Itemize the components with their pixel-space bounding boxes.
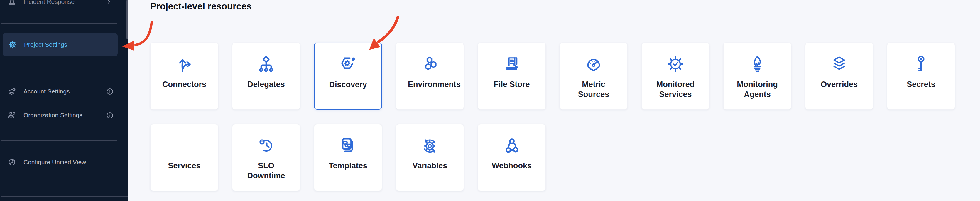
resource-card-label: Monitored Services <box>654 79 697 99</box>
sidebar-item-account-settings[interactable]: Account Settings <box>0 83 128 100</box>
resource-cards-row-2: Services SLO Downtime Templates Variable… <box>150 124 546 191</box>
org-gear-icon <box>7 110 17 120</box>
sidebar-item-label: Incident Response <box>24 0 75 5</box>
resource-card-label: Variables <box>412 161 447 171</box>
sidebar-item-label: Organization Settings <box>24 112 83 119</box>
sidebar-item-incident-response[interactable]: Incident Response <box>0 0 128 8</box>
title-divider <box>149 28 962 28</box>
connectors-icon <box>174 54 194 74</box>
file-store-icon <box>502 54 522 74</box>
resource-card-overrides[interactable]: Overrides <box>805 43 873 110</box>
sidebar-item-label: Account Settings <box>24 88 70 95</box>
resource-card-label: Webhooks <box>492 161 532 171</box>
resource-card-templates[interactable]: Templates <box>314 124 382 191</box>
resource-card-webhooks[interactable]: Webhooks <box>478 124 546 191</box>
resource-card-label: Connectors <box>162 79 206 89</box>
resource-card-monitoring-agents[interactable]: Monitoring Agents <box>723 43 791 110</box>
sidebar-divider <box>1 140 118 141</box>
resource-card-label: File Store <box>493 79 530 89</box>
overrides-icon <box>829 54 849 74</box>
variables-icon <box>420 136 440 155</box>
resource-card-monitored-services[interactable]: Monitored Services <box>641 43 710 110</box>
slo-downtime-icon <box>256 136 276 155</box>
secrets-icon <box>911 54 931 74</box>
info-icon[interactable] <box>106 88 113 95</box>
services-icon <box>174 136 194 155</box>
resource-cards-row-1: Connectors Delegates Discovery Environme… <box>150 43 955 110</box>
incident-response-icon <box>7 0 17 7</box>
resource-card-services[interactable]: Services <box>150 124 218 191</box>
page-title: Project-level resources <box>150 0 252 13</box>
sidebar-scrollbar-thumb[interactable] <box>126 0 128 39</box>
gear-icon <box>8 40 18 49</box>
resource-card-label: Monitoring Agents <box>735 79 779 99</box>
metric-sources-icon <box>584 54 603 74</box>
sidebar-item-organization-settings[interactable]: Organization Settings <box>0 107 128 123</box>
sidebar-item-project-settings[interactable]: Project Settings <box>3 33 118 56</box>
resource-card-label: Metric Sources <box>571 79 616 99</box>
resource-card-label: Templates <box>329 161 368 171</box>
sidebar-item-label: Configure Unified View <box>24 159 86 166</box>
monitoring-agents-icon <box>747 54 767 74</box>
sidebar-item-label: Project Settings <box>24 41 67 48</box>
resource-card-environments[interactable]: Environments <box>396 43 464 110</box>
app-window: Incident Response Project Settings Accou… <box>0 0 980 201</box>
wrench-circle-icon <box>7 157 17 167</box>
resource-card-delegates[interactable]: Delegates <box>232 43 300 110</box>
discovery-icon <box>338 54 358 74</box>
resource-card-label: Secrets <box>907 79 935 89</box>
layers-gear-icon <box>7 86 17 96</box>
resource-card-connectors[interactable]: Connectors <box>150 43 218 110</box>
webhooks-icon <box>502 136 522 155</box>
resource-card-file-store[interactable]: File Store <box>478 43 546 110</box>
chevron-right-icon <box>107 0 111 4</box>
sidebar-nav: Incident Response Project Settings Accou… <box>0 0 128 201</box>
monitored-services-icon <box>665 54 686 74</box>
resource-card-variables[interactable]: Variables <box>396 124 464 191</box>
sidebar-item-configure-unified-view[interactable]: Configure Unified View <box>0 154 128 171</box>
resource-card-metric-sources[interactable]: Metric Sources <box>560 43 628 110</box>
resource-card-label: Environments <box>408 79 452 89</box>
sidebar-divider <box>1 23 118 24</box>
templates-icon <box>338 136 358 155</box>
resource-card-discovery[interactable]: Discovery <box>314 43 382 110</box>
resource-card-secrets[interactable]: Secrets <box>887 43 955 110</box>
resource-card-label: Services <box>168 161 200 171</box>
delegates-icon <box>256 54 276 74</box>
resource-card-label: Delegates <box>247 79 285 89</box>
main-content: Project-level resources Connectors Deleg… <box>128 0 980 201</box>
resource-card-label: Discovery <box>329 80 367 89</box>
resource-card-label: Overrides <box>821 79 858 89</box>
resource-card-label: SLO Downtime <box>244 161 288 181</box>
info-icon[interactable] <box>106 112 113 119</box>
environments-icon <box>420 54 440 74</box>
resource-card-slo-downtime[interactable]: SLO Downtime <box>232 124 300 191</box>
